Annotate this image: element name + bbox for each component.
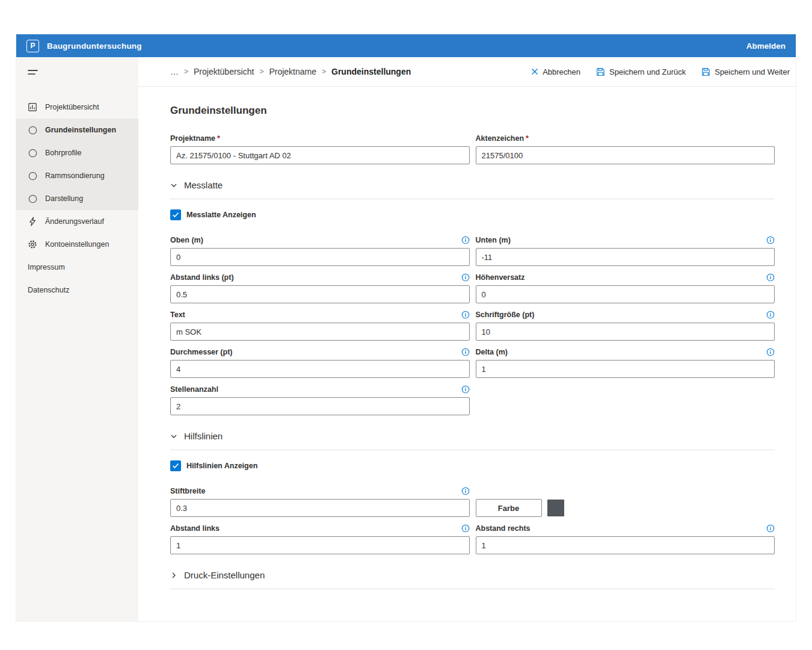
- info-icon[interactable]: [461, 348, 470, 356]
- section-header-messlatte[interactable]: Messlatte: [170, 180, 775, 190]
- sidebar-item-aenderungsverlauf[interactable]: Änderungsverlauf: [16, 210, 138, 233]
- info-icon[interactable]: [461, 487, 470, 495]
- schriftgroesse-input[interactable]: [476, 323, 775, 341]
- field-label: Abstand rechts: [476, 524, 531, 533]
- command-buttons: Abbrechen Speichern und Zurück: [515, 67, 790, 76]
- divider: [170, 589, 775, 589]
- field-label: Projektname: [170, 134, 215, 143]
- divider: [170, 450, 775, 450]
- field-schriftgroesse: Schriftgröße (pt): [476, 309, 775, 341]
- delta-input[interactable]: [476, 360, 775, 378]
- field-hoehenversatz: Höhenversatz: [476, 272, 775, 303]
- info-icon[interactable]: [461, 385, 470, 394]
- command-bar: … > Projektübersicht > Projektname > Gru…: [138, 57, 796, 87]
- field-label: Durchmesser (pt): [170, 348, 233, 356]
- field-label: Aktenzeichen: [476, 134, 524, 143]
- radio-circle-icon: [28, 194, 37, 203]
- info-icon[interactable]: [766, 311, 775, 319]
- lightning-icon: [28, 217, 37, 226]
- checkbox-checked-icon: [170, 460, 181, 471]
- info-icon[interactable]: [766, 524, 775, 533]
- field-label: Höhenversatz: [476, 273, 525, 282]
- hoehenversatz-input[interactable]: [476, 285, 775, 303]
- radio-circle-icon: [28, 172, 37, 181]
- sidebar-item-label: Rammsondierung: [45, 172, 105, 180]
- logout-button[interactable]: Abmelden: [746, 42, 786, 51]
- text-input[interactable]: [170, 323, 470, 341]
- info-icon[interactable]: [461, 273, 470, 282]
- sidebar-item-label: Änderungsverlauf: [45, 217, 104, 226]
- cancel-button[interactable]: Abbrechen: [531, 67, 580, 76]
- field-projektname: Projektname*: [170, 133, 470, 164]
- unten-input[interactable]: [476, 248, 775, 266]
- field-label: Abstand links (pt): [170, 273, 234, 282]
- info-icon[interactable]: [461, 524, 470, 533]
- field-farbe: Farbe: [476, 499, 775, 517]
- required-marker: *: [217, 134, 220, 143]
- hamburger-icon: [28, 69, 38, 76]
- section-header-hilfslinien[interactable]: Hilfslinien: [170, 431, 775, 441]
- breadcrumb-ellipsis[interactable]: …: [170, 67, 179, 76]
- sidebar-item-projektuebersicht[interactable]: Projektübersicht: [16, 96, 138, 119]
- durchmesser-input[interactable]: [170, 360, 470, 378]
- breadcrumb-item-projektuebersicht[interactable]: Projektübersicht: [194, 67, 254, 76]
- app-logo-icon: P: [26, 40, 39, 52]
- menu-toggle-button[interactable]: [16, 57, 138, 96]
- main-panel: … > Projektübersicht > Projektname > Gru…: [138, 57, 796, 621]
- radio-circle-icon: [28, 149, 37, 158]
- app-logo-letter: P: [30, 42, 35, 50]
- info-icon[interactable]: [461, 311, 470, 319]
- field-stellenanzahl: Stellenanzahl: [170, 384, 470, 415]
- field-durchmesser: Durchmesser (pt): [170, 347, 470, 378]
- sidebar-item-label: Datenschutz: [28, 286, 69, 294]
- save-icon: [701, 67, 710, 76]
- chevron-down-icon: [170, 433, 177, 440]
- info-icon[interactable]: [766, 348, 775, 356]
- field-stiftbreite: Stiftbreite: [170, 486, 470, 517]
- oben-input[interactable]: [170, 248, 470, 266]
- field-oben: Oben (m): [170, 235, 470, 266]
- aktenzeichen-input[interactable]: [476, 146, 775, 164]
- section-header-druck-einstellungen[interactable]: Druck-Einstellungen: [170, 570, 775, 580]
- field-text: Text: [170, 309, 470, 341]
- sidebar-item-bohrprofile[interactable]: Bohrprofile: [16, 141, 138, 164]
- sidebar-item-rammsondierung[interactable]: Rammsondierung: [16, 164, 138, 187]
- projektname-input[interactable]: [170, 146, 470, 164]
- field-label: Abstand links: [170, 524, 220, 533]
- checkbox-checked-icon: [170, 209, 181, 220]
- info-icon[interactable]: [766, 273, 775, 282]
- abstand-links-pt-input[interactable]: [170, 285, 470, 303]
- field-label: Unten (m): [476, 236, 511, 244]
- chevron-right-icon: [170, 572, 177, 579]
- required-marker: *: [526, 134, 529, 143]
- gear-icon: [28, 240, 37, 249]
- sidebar-item-datenschutz[interactable]: Datenschutz: [16, 279, 138, 302]
- page-title: Grundeinstellungen: [170, 105, 775, 117]
- sidebar-item-kontoeinstellungen[interactable]: Kontoeinstellungen: [16, 233, 138, 256]
- field-delta: Delta (m): [476, 347, 775, 378]
- sidebar-item-darstellung[interactable]: Darstellung: [16, 187, 138, 210]
- field-abstand-links-pt: Abstand links (pt): [170, 272, 470, 303]
- stellenanzahl-input[interactable]: [170, 397, 470, 415]
- breadcrumb-item-projektname[interactable]: Projektname: [269, 67, 316, 76]
- breadcrumb-item-current: Grundeinstellungen: [331, 67, 411, 76]
- save-and-back-button[interactable]: Speichern und Zurück: [596, 67, 686, 76]
- field-label: Oben (m): [170, 236, 203, 244]
- info-icon[interactable]: [461, 236, 470, 244]
- abstand-rechts-input[interactable]: [476, 536, 775, 554]
- stiftbreite-input[interactable]: [170, 499, 470, 517]
- save-and-next-button[interactable]: Speichern und Weiter: [701, 67, 790, 76]
- color-swatch[interactable]: [547, 500, 564, 516]
- farbe-button[interactable]: Farbe: [476, 499, 542, 517]
- field-label: Delta (m): [476, 348, 508, 356]
- project-overview-icon: [28, 102, 37, 112]
- field-label: Text: [170, 311, 185, 319]
- sidebar-item-impressum[interactable]: Impressum: [16, 256, 138, 279]
- field-label: Stiftbreite: [170, 487, 205, 495]
- info-icon[interactable]: [766, 236, 775, 244]
- hilfslinien-anzeigen-checkbox[interactable]: Hilfslinien Anzeigen: [170, 460, 775, 471]
- messlatte-anzeigen-checkbox[interactable]: Messlatte Anzeigen: [170, 209, 775, 220]
- abstand-links-input[interactable]: [170, 536, 470, 554]
- sidebar-item-grundeinstellungen[interactable]: Grundeinstellungen: [16, 119, 138, 141]
- field-label: Schriftgröße (pt): [476, 311, 535, 319]
